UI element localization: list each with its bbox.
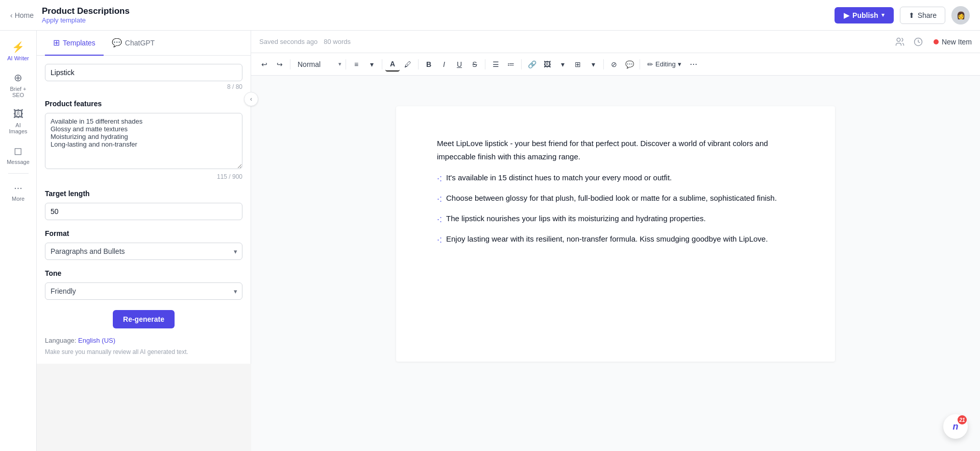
publish-label: Publish <box>852 11 878 19</box>
publish-play-icon: ▶ <box>844 11 849 19</box>
bullet-text-3: The lipstick nourishes your lips with it… <box>446 212 706 225</box>
pencil-icon: ✏ <box>647 60 653 68</box>
apply-template-link[interactable]: Apply template <box>42 16 826 24</box>
share-button[interactable]: ⬆ Share <box>900 7 945 24</box>
message-icon: ◻ <box>14 145 22 157</box>
toolbar-divider-5 <box>485 59 485 69</box>
undo-button[interactable]: ↩ <box>257 57 272 72</box>
features-textarea[interactable]: Available in 15 different shades Glossy … <box>45 113 242 169</box>
bullet-text-4: Enjoy lasting wear with its resilient, n… <box>446 232 768 246</box>
new-item-dot <box>934 39 939 44</box>
notification-bubble[interactable]: n 21 <box>943 414 968 439</box>
title-area: Product Descriptions Apply template <box>42 6 826 24</box>
tab-chatgpt[interactable]: 💬 ChatGPT <box>104 31 163 56</box>
editor-content: Meet LipLove lipstick - your best friend… <box>251 76 980 451</box>
notif-count-badge: 21 <box>958 415 967 424</box>
regenerate-button[interactable]: Re-generate <box>113 310 175 328</box>
word-count: 80 words <box>324 38 351 45</box>
target-length-input[interactable] <box>45 203 242 220</box>
chevron-left-icon: ‹ <box>10 11 13 19</box>
publish-button[interactable]: ▶ Publish ▾ <box>835 7 894 23</box>
svg-point-0 <box>897 38 900 41</box>
collaborators-icon[interactable] <box>893 35 907 49</box>
link-button[interactable]: 🔗 <box>525 57 539 72</box>
sidebar-item-ai-writer[interactable]: ⚡ AI Writer <box>3 37 34 65</box>
sidebar-label-brief-seo: Brief + SEO <box>6 86 31 98</box>
disclaimer-text: Make sure you manually review all AI gen… <box>45 348 242 355</box>
main-layout: ⚡ AI Writer ⊕ Brief + SEO 🖼 AI Images ◻ … <box>0 31 980 451</box>
image-chevron-button[interactable]: ▾ <box>555 57 570 72</box>
bullet-item-3: ·: The lipstick nourishes your lips with… <box>437 212 794 226</box>
sidebar-label-message: Message <box>7 159 30 165</box>
product-name-input[interactable] <box>45 64 242 81</box>
more-options-button[interactable]: ··· <box>687 57 701 72</box>
new-item-label: New Item <box>942 38 972 46</box>
sidebar-item-message[interactable]: ◻ Message <box>3 140 34 169</box>
sidebar-divider <box>8 173 29 174</box>
format-section: Format Paragraphs and Bullets Paragraphs… <box>45 229 242 260</box>
top-bar-actions: ▶ Publish ▾ ⬆ Share 👩 <box>835 6 970 25</box>
left-panel: ⊞ Templates 💬 ChatGPT 8 / 80 Product fea… <box>37 31 251 364</box>
features-label: Product features <box>45 100 242 108</box>
editor-document[interactable]: Meet LipLove lipstick - your best friend… <box>396 106 835 362</box>
language-value-link[interactable]: English (US) <box>78 337 115 344</box>
ordered-list-button[interactable]: ≔ <box>504 57 518 72</box>
user-avatar[interactable]: 👩 <box>951 6 970 25</box>
comment-button[interactable]: 💬 <box>622 57 636 72</box>
style-select-wrapper: Normal Heading 1 Heading 2 Heading 3 ▾ <box>293 58 342 70</box>
bold-button[interactable]: B <box>422 57 436 72</box>
chatgpt-tab-icon: 💬 <box>112 38 122 48</box>
notif-icon: n <box>953 421 959 432</box>
bullet-marker-1: ·: <box>437 172 442 185</box>
tone-select-wrapper: Friendly Professional Casual Enthusiasti… <box>45 282 242 300</box>
target-length-section: Target length <box>45 189 242 220</box>
align-chevron-button[interactable]: ▾ <box>364 57 379 72</box>
panel-content: 8 / 80 Product features Available in 15 … <box>37 56 251 364</box>
sidebar-label-ai-images: AI Images <box>6 122 31 134</box>
format-label: Format <box>45 229 242 238</box>
product-name-section: 8 / 80 <box>45 64 242 90</box>
format-select-wrapper: Paragraphs and Bullets Paragraphs only B… <box>45 243 242 260</box>
redo-button[interactable]: ↪ <box>273 57 287 72</box>
image-button[interactable]: 🖼 <box>540 57 554 72</box>
table-chevron-button[interactable]: ▾ <box>586 57 600 72</box>
table-button[interactable]: ⊞ <box>571 57 585 72</box>
strikethrough-button[interactable]: S <box>468 57 482 72</box>
sidebar-item-brief-seo[interactable]: ⊕ Brief + SEO <box>3 67 34 102</box>
templates-tab-label: Templates <box>63 39 95 47</box>
unordered-list-button[interactable]: ☰ <box>488 57 503 72</box>
sidebar-label-ai-writer: AI Writer <box>7 55 29 61</box>
highlight-button[interactable]: 🖊 <box>401 57 415 72</box>
editing-label: Editing <box>655 60 676 68</box>
toolbar-divider-7 <box>603 59 604 69</box>
language-label: Language: <box>45 337 76 344</box>
home-link[interactable]: ‹ Home <box>10 11 34 19</box>
toolbar-divider-2 <box>346 59 346 69</box>
tab-templates[interactable]: ⊞ Templates <box>45 31 104 56</box>
clear-format-button[interactable]: ⊘ <box>607 57 621 72</box>
editing-chevron-icon: ▾ <box>678 60 681 68</box>
editing-mode-button[interactable]: ✏ Editing ▾ <box>643 58 685 70</box>
underline-button[interactable]: U <box>452 57 467 72</box>
sidebar-item-ai-images[interactable]: 🖼 AI Images <box>3 104 34 138</box>
history-icon[interactable] <box>911 35 925 49</box>
features-counter: 115 / 900 <box>45 173 242 180</box>
share-label: Share <box>918 11 937 19</box>
bullet-marker-4: ·: <box>437 233 442 247</box>
new-item-badge[interactable]: New Item <box>934 38 972 46</box>
panel-collapse-button[interactable]: ‹ <box>244 92 258 106</box>
align-button[interactable]: ≡ <box>349 57 363 72</box>
style-select[interactable]: Normal Heading 1 Heading 2 Heading 3 <box>293 58 342 70</box>
tone-select[interactable]: Friendly Professional Casual Enthusiasti… <box>45 282 242 300</box>
bullet-marker-3: ·: <box>437 212 442 226</box>
format-select[interactable]: Paragraphs and Bullets Paragraphs only B… <box>45 243 242 260</box>
bullet-text-2: Choose between glossy for that plush, fu… <box>446 192 777 205</box>
panel-wrapper: ⊞ Templates 💬 ChatGPT 8 / 80 Product fea… <box>37 31 251 451</box>
text-color-button[interactable]: A <box>385 57 400 72</box>
sidebar-item-more[interactable]: ··· More <box>3 178 34 206</box>
bullet-item-1: ·: It's available in 15 distinct hues to… <box>437 171 794 185</box>
italic-button[interactable]: I <box>437 57 451 72</box>
image-icon: 🖼 <box>13 108 23 120</box>
publish-chevron-icon: ▾ <box>881 12 885 18</box>
tone-label: Tone <box>45 269 242 277</box>
